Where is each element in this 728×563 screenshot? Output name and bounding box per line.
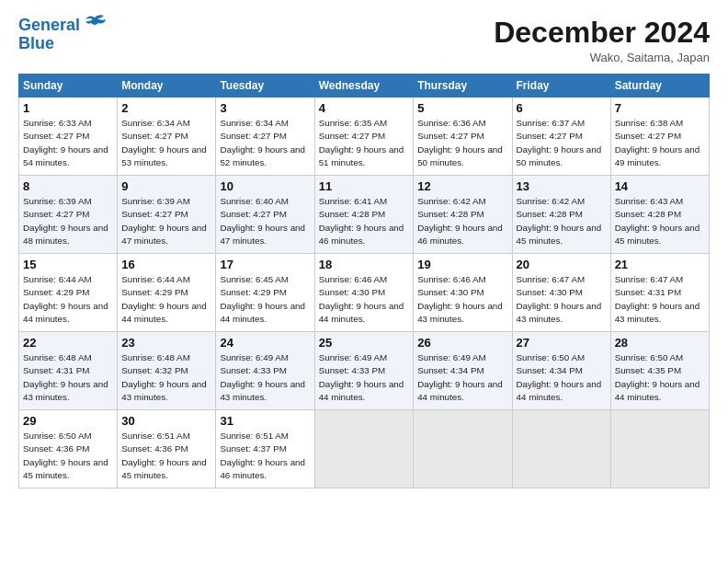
calendar-table: SundayMondayTuesdayWednesdayThursdayFrid… xyxy=(18,74,710,488)
day-number: 24 xyxy=(220,336,310,350)
calendar-cell: 23 Sunrise: 6:48 AM Sunset: 4:32 PM Dayl… xyxy=(118,332,216,410)
day-info: Sunrise: 6:50 AM Sunset: 4:35 PM Dayligh… xyxy=(615,351,705,404)
day-number: 19 xyxy=(417,258,507,271)
day-info: Sunrise: 6:47 AM Sunset: 4:31 PM Dayligh… xyxy=(615,273,705,326)
calendar-cell: 18 Sunrise: 6:46 AM Sunset: 4:30 PM Dayl… xyxy=(314,254,414,332)
calendar-cell: 6 Sunrise: 6:37 AM Sunset: 4:27 PM Dayli… xyxy=(512,98,610,176)
calendar-week-row: 8 Sunrise: 6:39 AM Sunset: 4:27 PM Dayli… xyxy=(19,176,710,254)
calendar-cell: 19 Sunrise: 6:46 AM Sunset: 4:30 PM Dayl… xyxy=(414,254,512,332)
day-info: Sunrise: 6:43 AM Sunset: 4:28 PM Dayligh… xyxy=(615,195,705,247)
day-info: Sunrise: 6:45 AM Sunset: 4:29 PM Dayligh… xyxy=(220,273,310,326)
day-info: Sunrise: 6:49 AM Sunset: 4:34 PM Dayligh… xyxy=(417,351,507,404)
weekday-header: Friday xyxy=(512,75,610,98)
day-number: 11 xyxy=(319,179,410,193)
day-number: 14 xyxy=(615,179,705,193)
calendar-week-row: 22 Sunrise: 6:48 AM Sunset: 4:31 PM Dayl… xyxy=(19,332,710,410)
day-number: 25 xyxy=(319,336,410,350)
day-info: Sunrise: 6:44 AM Sunset: 4:29 PM Dayligh… xyxy=(23,273,113,326)
day-number: 23 xyxy=(121,336,211,350)
day-number: 29 xyxy=(23,414,113,428)
calendar-week-row: 29 Sunrise: 6:50 AM Sunset: 4:36 PM Dayl… xyxy=(19,410,710,488)
day-info: Sunrise: 6:34 AM Sunset: 4:27 PM Dayligh… xyxy=(220,117,310,169)
calendar-header-row: SundayMondayTuesdayWednesdayThursdayFrid… xyxy=(19,75,710,98)
day-info: Sunrise: 6:44 AM Sunset: 4:29 PM Dayligh… xyxy=(121,273,211,326)
calendar-cell: 27 Sunrise: 6:50 AM Sunset: 4:34 PM Dayl… xyxy=(512,332,610,410)
day-info: Sunrise: 6:34 AM Sunset: 4:27 PM Dayligh… xyxy=(121,117,211,169)
logo: General Blue xyxy=(18,17,108,53)
calendar-cell xyxy=(610,410,709,488)
calendar-cell: 7 Sunrise: 6:38 AM Sunset: 4:27 PM Dayli… xyxy=(610,98,709,176)
calendar-cell: 3 Sunrise: 6:34 AM Sunset: 4:27 PM Dayli… xyxy=(216,98,314,176)
location: Wako, Saitama, Japan xyxy=(494,51,710,64)
weekday-header: Wednesday xyxy=(314,75,414,98)
calendar-cell: 2 Sunrise: 6:34 AM Sunset: 4:27 PM Dayli… xyxy=(118,98,216,176)
logo-blue: Blue xyxy=(18,35,54,53)
day-info: Sunrise: 6:39 AM Sunset: 4:27 PM Dayligh… xyxy=(23,195,113,247)
day-number: 17 xyxy=(220,258,310,271)
day-number: 26 xyxy=(417,336,507,350)
calendar-cell: 17 Sunrise: 6:45 AM Sunset: 4:29 PM Dayl… xyxy=(216,254,314,332)
day-number: 16 xyxy=(121,258,211,271)
logo-general: General xyxy=(18,16,80,34)
day-info: Sunrise: 6:49 AM Sunset: 4:33 PM Dayligh… xyxy=(220,351,310,404)
weekday-header: Sunday xyxy=(19,75,118,98)
day-number: 10 xyxy=(220,179,310,193)
calendar-cell: 21 Sunrise: 6:47 AM Sunset: 4:31 PM Dayl… xyxy=(610,254,709,332)
day-number: 1 xyxy=(23,101,113,115)
day-number: 30 xyxy=(121,414,211,428)
calendar-cell: 9 Sunrise: 6:39 AM Sunset: 4:27 PM Dayli… xyxy=(118,176,216,254)
day-info: Sunrise: 6:41 AM Sunset: 4:28 PM Dayligh… xyxy=(319,195,410,247)
calendar-cell: 20 Sunrise: 6:47 AM Sunset: 4:30 PM Dayl… xyxy=(512,254,610,332)
day-info: Sunrise: 6:42 AM Sunset: 4:28 PM Dayligh… xyxy=(417,195,507,247)
logo-text: General xyxy=(18,17,80,35)
day-number: 13 xyxy=(517,179,607,193)
calendar-week-row: 15 Sunrise: 6:44 AM Sunset: 4:29 PM Dayl… xyxy=(19,254,710,332)
day-number: 20 xyxy=(517,258,607,271)
calendar-cell: 12 Sunrise: 6:42 AM Sunset: 4:28 PM Dayl… xyxy=(414,176,512,254)
calendar-cell xyxy=(414,410,512,488)
day-number: 12 xyxy=(417,179,507,193)
weekday-header: Monday xyxy=(118,75,216,98)
calendar-week-row: 1 Sunrise: 6:33 AM Sunset: 4:27 PM Dayli… xyxy=(19,98,710,176)
day-info: Sunrise: 6:50 AM Sunset: 4:34 PM Dayligh… xyxy=(517,351,607,404)
day-number: 4 xyxy=(319,101,410,115)
day-info: Sunrise: 6:46 AM Sunset: 4:30 PM Dayligh… xyxy=(417,273,507,326)
day-info: Sunrise: 6:51 AM Sunset: 4:37 PM Dayligh… xyxy=(220,430,310,482)
calendar-cell: 29 Sunrise: 6:50 AM Sunset: 4:36 PM Dayl… xyxy=(19,410,118,488)
day-info: Sunrise: 6:51 AM Sunset: 4:36 PM Dayligh… xyxy=(121,430,211,482)
day-info: Sunrise: 6:40 AM Sunset: 4:27 PM Dayligh… xyxy=(220,195,310,247)
day-number: 3 xyxy=(220,101,310,115)
calendar-cell: 25 Sunrise: 6:49 AM Sunset: 4:33 PM Dayl… xyxy=(314,332,414,410)
calendar-cell: 5 Sunrise: 6:36 AM Sunset: 4:27 PM Dayli… xyxy=(414,98,512,176)
calendar-cell: 24 Sunrise: 6:49 AM Sunset: 4:33 PM Dayl… xyxy=(216,332,314,410)
day-number: 6 xyxy=(517,101,607,115)
calendar-cell: 26 Sunrise: 6:49 AM Sunset: 4:34 PM Dayl… xyxy=(414,332,512,410)
day-info: Sunrise: 6:35 AM Sunset: 4:27 PM Dayligh… xyxy=(319,117,410,169)
day-number: 15 xyxy=(23,258,113,271)
calendar-cell: 22 Sunrise: 6:48 AM Sunset: 4:31 PM Dayl… xyxy=(19,332,118,410)
calendar-cell: 11 Sunrise: 6:41 AM Sunset: 4:28 PM Dayl… xyxy=(314,176,414,254)
day-info: Sunrise: 6:37 AM Sunset: 4:27 PM Dayligh… xyxy=(517,117,607,169)
calendar-cell: 13 Sunrise: 6:42 AM Sunset: 4:28 PM Dayl… xyxy=(512,176,610,254)
weekday-header: Thursday xyxy=(414,75,512,98)
calendar-cell: 8 Sunrise: 6:39 AM Sunset: 4:27 PM Dayli… xyxy=(19,176,118,254)
day-number: 2 xyxy=(121,101,211,115)
calendar-cell: 1 Sunrise: 6:33 AM Sunset: 4:27 PM Dayli… xyxy=(19,98,118,176)
day-number: 5 xyxy=(417,101,507,115)
day-info: Sunrise: 6:50 AM Sunset: 4:36 PM Dayligh… xyxy=(23,430,113,482)
logo-bird-icon xyxy=(82,14,108,30)
calendar-cell: 10 Sunrise: 6:40 AM Sunset: 4:27 PM Dayl… xyxy=(216,176,314,254)
calendar-cell: 4 Sunrise: 6:35 AM Sunset: 4:27 PM Dayli… xyxy=(314,98,414,176)
page: General Blue December 2024 Wako, Saitama… xyxy=(0,0,728,563)
day-info: Sunrise: 6:36 AM Sunset: 4:27 PM Dayligh… xyxy=(417,117,507,169)
calendar-cell xyxy=(512,410,610,488)
calendar-cell: 15 Sunrise: 6:44 AM Sunset: 4:29 PM Dayl… xyxy=(19,254,118,332)
day-info: Sunrise: 6:46 AM Sunset: 4:30 PM Dayligh… xyxy=(319,273,410,326)
day-number: 18 xyxy=(319,258,410,271)
weekday-header: Tuesday xyxy=(216,75,314,98)
day-number: 8 xyxy=(23,179,113,193)
day-info: Sunrise: 6:48 AM Sunset: 4:31 PM Dayligh… xyxy=(23,351,113,404)
calendar-cell: 16 Sunrise: 6:44 AM Sunset: 4:29 PM Dayl… xyxy=(118,254,216,332)
day-info: Sunrise: 6:42 AM Sunset: 4:28 PM Dayligh… xyxy=(517,195,607,247)
day-info: Sunrise: 6:47 AM Sunset: 4:30 PM Dayligh… xyxy=(517,273,607,326)
